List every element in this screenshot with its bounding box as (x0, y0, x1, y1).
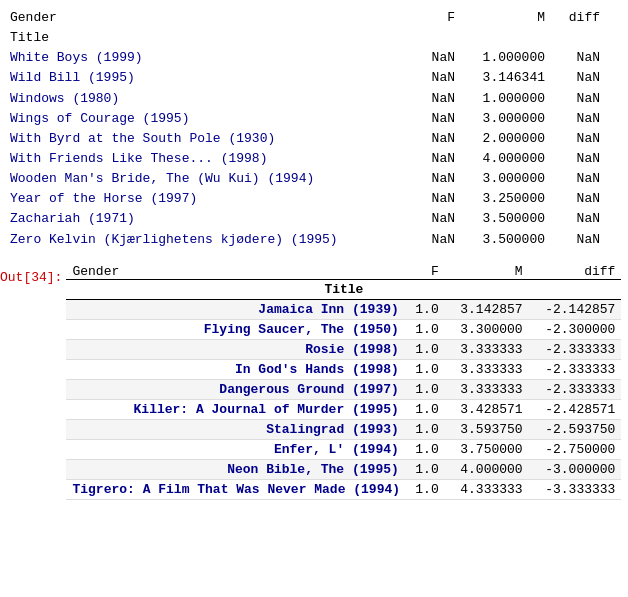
table-row: Flying Saucer, The (1950) 1.0 3.300000 -… (66, 319, 621, 339)
top-diff-cell: NaN (545, 169, 600, 189)
diff-cell: -2.333333 (529, 379, 622, 399)
diff-col-header: diff (529, 262, 622, 280)
f-cell: 1.0 (405, 339, 445, 359)
top-f-cell: NaN (400, 209, 455, 229)
top-m-cell: 3.000000 (455, 169, 545, 189)
title-cell: Flying Saucer, The (1950) (66, 319, 404, 339)
table-row: In God's Hands (1998) 1.0 3.333333 -2.33… (66, 359, 621, 379)
top-data-row: Wings of Courage (1995) NaN 3.000000 NaN (10, 109, 618, 129)
top-title-cell: Wings of Courage (1995) (10, 109, 400, 129)
diff-cell: -3.000000 (529, 459, 622, 479)
top-m-cell: 3.500000 (455, 230, 545, 250)
f-cell: 1.0 (405, 319, 445, 339)
top-diff-cell: NaN (545, 89, 600, 109)
title-cell: Tigrero: A Film That Was Never Made (199… (66, 479, 404, 499)
top-header-row: Gender F M diff (10, 8, 618, 28)
top-title-cell: With Friends Like These... (1998) (10, 149, 400, 169)
top-title-row: Title (10, 28, 618, 48)
title-cell: In God's Hands (1998) (66, 359, 404, 379)
out-label: Out[34]: (0, 262, 66, 285)
title-cell: Killer: A Journal of Murder (1995) (66, 399, 404, 419)
m-cell: 3.142857 (445, 299, 529, 319)
diff-label: diff (545, 8, 600, 28)
bottom-wrapper: Out[34]: Gender F M diff Title Jamaica I… (0, 262, 628, 500)
top-m-cell: 3.146341 (455, 68, 545, 88)
table-body: Jamaica Inn (1939) 1.0 3.142857 -2.14285… (66, 299, 621, 499)
gender-label: Gender (10, 8, 400, 28)
table-row: Tigrero: A Film That Was Never Made (199… (66, 479, 621, 499)
m-cell: 3.750000 (445, 439, 529, 459)
diff-cell: -3.333333 (529, 479, 622, 499)
m-cell: 4.333333 (445, 479, 529, 499)
title-cell: Enfer, L' (1994) (66, 439, 404, 459)
f-cell: 1.0 (405, 399, 445, 419)
f-label: F (400, 8, 455, 28)
top-data-row: Year of the Horse (1997) NaN 3.250000 Na… (10, 189, 618, 209)
m-label: M (455, 8, 545, 28)
table-row: Dangerous Ground (1997) 1.0 3.333333 -2.… (66, 379, 621, 399)
top-diff-cell: NaN (545, 230, 600, 250)
title-cell: Neon Bible, The (1995) (66, 459, 404, 479)
top-diff-cell: NaN (545, 149, 600, 169)
m-cell: 3.333333 (445, 379, 529, 399)
top-m-cell: 4.000000 (455, 149, 545, 169)
m-cell: 3.593750 (445, 419, 529, 439)
dataframe-table: Gender F M diff Title Jamaica Inn (1939)… (66, 262, 621, 500)
f-cell: 1.0 (405, 419, 445, 439)
table-header: Gender F M diff Title (66, 262, 621, 300)
top-title-cell: Zero Kelvin (Kjærlighetens kjødere) (199… (10, 230, 400, 250)
top-section: Gender F M diff Title White Boys (1999) … (0, 0, 628, 254)
top-title-cell: Wooden Man's Bride, The (Wu Kui) (1994) (10, 169, 400, 189)
top-diff-cell: NaN (545, 68, 600, 88)
diff-cell: -2.300000 (529, 319, 622, 339)
diff-cell: -2.428571 (529, 399, 622, 419)
m-col-header: M (445, 262, 529, 280)
top-diff-cell: NaN (545, 189, 600, 209)
f-col-header: F (405, 262, 445, 280)
top-f-cell: NaN (400, 189, 455, 209)
top-data-row: Wooden Man's Bride, The (Wu Kui) (1994) … (10, 169, 618, 189)
f-cell: 1.0 (405, 479, 445, 499)
top-data-rows: White Boys (1999) NaN 1.000000 NaN Wild … (10, 48, 618, 249)
title-cell: Stalingrad (1993) (66, 419, 404, 439)
top-diff-cell: NaN (545, 48, 600, 68)
top-diff-cell: NaN (545, 109, 600, 129)
top-f-cell: NaN (400, 109, 455, 129)
top-title-cell: With Byrd at the South Pole (1930) (10, 129, 400, 149)
title-cell: Rosie (1998) (66, 339, 404, 359)
top-m-cell: 2.000000 (455, 129, 545, 149)
top-data-row: Zero Kelvin (Kjærlighetens kjødere) (199… (10, 230, 618, 250)
f-cell: 1.0 (405, 379, 445, 399)
top-m-cell: 3.500000 (455, 209, 545, 229)
f-cell: 1.0 (405, 359, 445, 379)
table-row: Rosie (1998) 1.0 3.333333 -2.333333 (66, 339, 621, 359)
diff-cell: -2.333333 (529, 359, 622, 379)
top-diff-cell: NaN (545, 209, 600, 229)
top-f-cell: NaN (400, 169, 455, 189)
bottom-section: Gender F M diff Title Jamaica Inn (1939)… (65, 262, 628, 500)
gender-header-row: Gender F M diff (66, 262, 621, 280)
top-title-cell: Wild Bill (1995) (10, 68, 400, 88)
diff-cell: -2.750000 (529, 439, 622, 459)
top-title-cell: Zachariah (1971) (10, 209, 400, 229)
title-cell: Jamaica Inn (1939) (66, 299, 404, 319)
f-cell: 1.0 (405, 439, 445, 459)
m-cell: 3.300000 (445, 319, 529, 339)
top-data-row: Zachariah (1971) NaN 3.500000 NaN (10, 209, 618, 229)
diff-cell: -2.593750 (529, 419, 622, 439)
table-row: Enfer, L' (1994) 1.0 3.750000 -2.750000 (66, 439, 621, 459)
top-diff-cell: NaN (545, 129, 600, 149)
top-m-cell: 3.250000 (455, 189, 545, 209)
title-label: Title (10, 28, 400, 48)
title-col-header: Title (66, 279, 621, 299)
m-cell: 3.333333 (445, 339, 529, 359)
top-f-cell: NaN (400, 149, 455, 169)
diff-cell: -2.142857 (529, 299, 622, 319)
top-f-cell: NaN (400, 230, 455, 250)
f-cell: 1.0 (405, 459, 445, 479)
top-data-row: White Boys (1999) NaN 1.000000 NaN (10, 48, 618, 68)
m-cell: 3.428571 (445, 399, 529, 419)
top-data-row: With Friends Like These... (1998) NaN 4.… (10, 149, 618, 169)
m-cell: 3.333333 (445, 359, 529, 379)
top-data-row: Windows (1980) NaN 1.000000 NaN (10, 89, 618, 109)
